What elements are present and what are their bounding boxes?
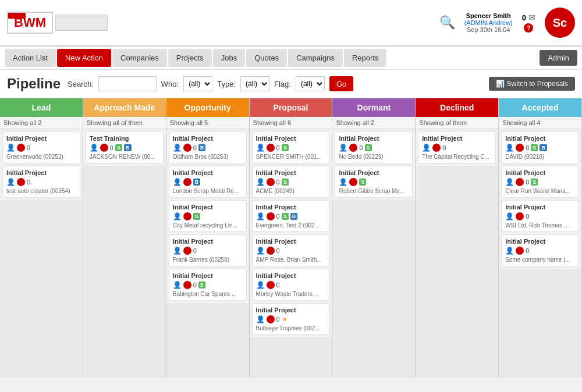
nav-jobs[interactable]: Jobs <box>213 49 245 67</box>
card-company: AMP Rose, Brian Smith... <box>256 256 326 263</box>
who-select[interactable]: (all) <box>183 76 212 91</box>
question-icon[interactable]: ? <box>524 23 533 33</box>
col-showing-approach: Showing all of them <box>83 117 166 129</box>
card-declined-0[interactable]: Initial Project👤0The Capital Recycling C… <box>418 131 496 163</box>
card-icons: 👤0SB <box>256 212 326 220</box>
nav-bar: Action List New Action Companies Project… <box>0 47 582 70</box>
card-opportunity-4[interactable]: Initial Project👤0SBabington Car Spares .… <box>169 269 247 301</box>
card-accepted-0[interactable]: Initial Project👤0SBDAVID (00216) <box>501 131 579 163</box>
nav-companies[interactable]: Companies <box>112 49 167 67</box>
card-title: Initial Project <box>505 238 575 245</box>
card-proposal-3[interactable]: Initial Project👤0AMP Rose, Brian Smith..… <box>252 234 330 266</box>
filter-row: Search: Who: (all) Type: (all) Flag: (al… <box>68 76 353 91</box>
card-title: Initial Project <box>339 135 409 142</box>
card-title: Initial Project <box>422 135 492 142</box>
status-dot-red <box>183 212 191 220</box>
flag-select[interactable]: (all) <box>296 76 325 91</box>
card-opportunity-0[interactable]: Initial Project👤0BOldham Bros (00253) <box>169 131 247 163</box>
card-icons: 👤0★ <box>256 315 326 323</box>
count-zero: 0 <box>526 213 529 220</box>
person-icon: 👤 <box>256 178 265 186</box>
go-button[interactable]: Go <box>329 76 353 91</box>
person-icon: 👤 <box>90 144 98 152</box>
envelope-icon[interactable]: ✉ <box>528 13 535 22</box>
col-header-declined: Declined <box>416 98 498 117</box>
card-lead-1[interactable]: Initial Project👤0test auto creater (0035… <box>2 166 80 198</box>
person-icon: 👤 <box>256 281 265 289</box>
card-lead-0[interactable]: Initial Project👤0Greenerworld (00252) <box>2 131 80 163</box>
badge-s: S <box>282 213 289 220</box>
count-zero: 0 <box>276 144 280 151</box>
search-icon[interactable]: 🔍 <box>439 15 455 30</box>
nav-projects[interactable]: Projects <box>168 49 212 67</box>
card-company: Oldham Bros (00253) <box>173 154 243 160</box>
count-zero: 0 <box>359 144 363 151</box>
card-proposal-5[interactable]: Initial Project👤0★Bullseye Trophies (002… <box>252 303 330 335</box>
badge-s: S <box>365 144 372 151</box>
badge-b: B <box>193 179 201 186</box>
person-icon: 👤 <box>6 178 15 186</box>
card-proposal-4[interactable]: Initial Project👤0Morley Waste Traders ..… <box>252 269 330 301</box>
chart-icon: 📊 <box>496 80 505 88</box>
card-proposal-2[interactable]: Initial Project👤0SBEvergreen, Test 2 (00… <box>252 200 330 232</box>
status-dot-red <box>183 144 191 152</box>
card-accepted-1[interactable]: Initial Project👤0SClear Run Waste Mana..… <box>501 166 579 198</box>
col-header-opportunity: Opportunity <box>166 98 249 117</box>
card-company: Morley Waste Traders ... <box>256 291 326 297</box>
switch-proposals-button[interactable]: 📊 Switch to Proposals <box>489 77 575 91</box>
card-opportunity-3[interactable]: Initial Project👤0Frank Barnes (00258) <box>169 234 247 266</box>
pipeline-title: Pipeline <box>7 76 61 92</box>
count-zero: 0 <box>442 144 446 151</box>
card-icons: 👤0S <box>339 144 409 152</box>
card-proposal-1[interactable]: Initial Project👤0SACME (00249) <box>252 166 330 198</box>
kanban-col-opportunity: OpportunityShowing all 5Initial Project👤… <box>166 98 250 377</box>
card-icons: 👤0 <box>256 281 326 289</box>
card-icons: 👤0B <box>173 144 243 152</box>
card-accepted-3[interactable]: Initial Project👤0Some company name (... <box>501 234 579 266</box>
card-company: DAVID (00216) <box>505 154 575 160</box>
col-showing-lead: Showing all 2 <box>0 117 83 129</box>
kanban-col-declined: DeclinedShowing of themInitial Project👤0… <box>416 98 499 377</box>
status-dot-red <box>516 144 524 152</box>
count-zero: 0 <box>526 247 529 254</box>
header-right: 🔍 Spencer Smith (ADMIN:Andrew) Sep 30th … <box>439 8 575 38</box>
card-icons: 👤0 <box>505 212 575 220</box>
kanban-col-dormant: DormantShowing all 2Initial Project👤0SNo… <box>332 98 416 377</box>
col-header-lead: Lead <box>0 98 83 117</box>
card-icons: 👤0S <box>173 281 243 289</box>
count-zero: 0 <box>276 281 280 288</box>
col-showing-declined: Showing of them <box>416 117 498 129</box>
card-title: Initial Project <box>256 272 326 279</box>
card-company: Babington Car Spares ... <box>173 291 243 297</box>
badge-b: B <box>198 144 206 151</box>
card-icons: 👤0S <box>505 178 575 186</box>
search-input[interactable] <box>98 76 157 91</box>
card-approach-0[interactable]: Test Training👤0SBJACKSON RENEW (00... <box>86 131 164 163</box>
logo-input[interactable] <box>55 15 108 31</box>
nav-reports[interactable]: Reports <box>344 49 387 67</box>
badge-b: B <box>124 144 132 151</box>
nav-action-list[interactable]: Action List <box>5 49 56 67</box>
nav-quotes[interactable]: Quotes <box>246 49 287 67</box>
card-opportunity-1[interactable]: Initial Project👤BLondon Scrap Metal Re..… <box>169 166 247 198</box>
person-icon: 👤 <box>256 212 265 220</box>
kanban-col-proposal: ProposalShowing all 6Initial Project👤0SS… <box>250 98 333 377</box>
col-cards-lead: Initial Project👤0Greenerworld (00252)Ini… <box>0 129 83 200</box>
col-header-proposal: Proposal <box>250 98 332 117</box>
status-dot-red <box>267 281 275 289</box>
count-zero: 0 <box>276 247 280 254</box>
nav-new-action[interactable]: New Action <box>57 49 111 67</box>
nav-admin[interactable]: Admin <box>540 50 577 66</box>
col-showing-proposal: Showing all 6 <box>250 117 332 129</box>
card-company: test auto creater (00354) <box>6 188 76 194</box>
type-select[interactable]: (all) <box>240 76 269 91</box>
card-dormant-1[interactable]: Initial Project👤SRobert Gibbs Scrap Me..… <box>335 166 413 198</box>
card-opportunity-2[interactable]: Initial Project👤SCity Metal recycling Li… <box>169 200 247 232</box>
col-header-dormant: Dormant <box>332 98 415 117</box>
card-company: City Metal recycling Lin... <box>173 222 243 229</box>
card-accepted-2[interactable]: Initial Project👤0WSI Ltd, Rob Thomas ... <box>501 200 579 232</box>
pipeline-header: Pipeline Search: Who: (all) Type: (all) … <box>0 70 582 98</box>
card-dormant-0[interactable]: Initial Project👤0SNo Bedd (00229) <box>335 131 413 163</box>
nav-campaigns[interactable]: Campaigns <box>288 49 343 67</box>
card-proposal-0[interactable]: Initial Project👤0SSPENCER SMITH (001... <box>252 131 330 163</box>
